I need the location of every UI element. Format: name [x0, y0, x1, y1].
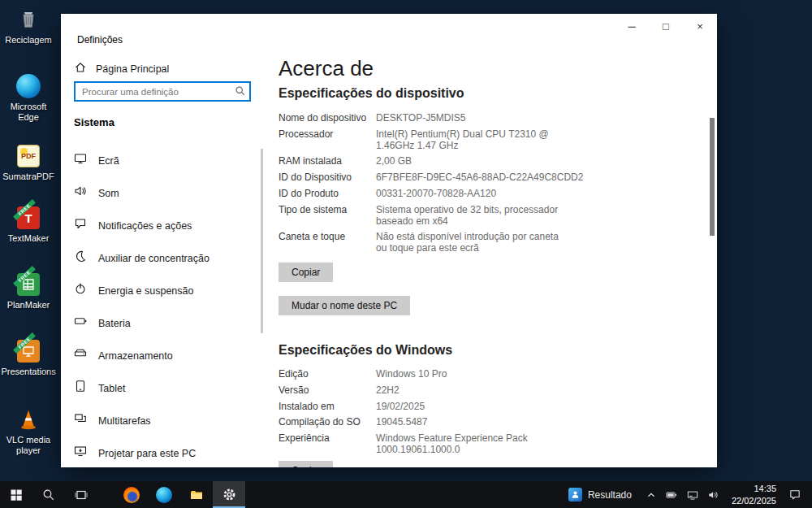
- tray-chevron-up-icon[interactable]: [641, 481, 661, 508]
- power-icon: [74, 282, 87, 300]
- sidebar-item-label: Bateria: [98, 316, 131, 332]
- close-button[interactable]: ×: [683, 14, 717, 38]
- storage-icon: [74, 347, 87, 365]
- minimize-button[interactable]: ─: [615, 14, 649, 38]
- copy-windows-specs-button[interactable]: Copiar: [279, 461, 333, 467]
- sidebar-item-sound[interactable]: Som: [61, 177, 264, 210]
- settings-search-input[interactable]: [74, 81, 251, 102]
- spec-row-edition: Edição Windows 10 Pro: [279, 369, 685, 380]
- sidebar-item-storage[interactable]: Armazenamento: [61, 340, 264, 372]
- tray-battery-icon[interactable]: [661, 481, 682, 508]
- desktop-icon-sumatrapdf[interactable]: PDF SumatraPDF: [2, 143, 55, 182]
- sidebar-item-power-sleep[interactable]: Energia e suspensão: [61, 275, 264, 307]
- widget-label: Resultado: [588, 489, 632, 501]
- spec-value: Não está disponível introdução por canet…: [376, 232, 564, 254]
- sidebar-item-label: Tablet: [98, 381, 125, 397]
- spec-row-product-id: ID do Produto 00331-20070-70828-AA120: [279, 189, 685, 200]
- desktop-icon-presentations[interactable]: FREE Presentations: [2, 338, 55, 377]
- spec-label: Nome do dispositivo: [279, 113, 376, 124]
- spec-row-experience: Experiência Windows Feature Experience P…: [279, 433, 685, 456]
- edge-icon: [15, 73, 41, 99]
- sidebar-item-label: Projetar para este PC: [98, 446, 196, 462]
- window-titlebar[interactable]: Definições ─ □ ×: [61, 14, 717, 51]
- spec-label: Versão: [279, 385, 376, 397]
- sidebar-item-notifications[interactable]: Notificações e ações: [61, 210, 264, 242]
- textmaker-icon: TFREE: [15, 205, 41, 231]
- window-title: Definições: [77, 34, 123, 46]
- windows-logo-icon: [10, 488, 23, 501]
- maximize-button[interactable]: □: [649, 14, 683, 38]
- spec-value: Intel(R) Pentium(R) Dual CPU T2310 @ 1.4…: [376, 129, 564, 152]
- action-center-icon[interactable]: [784, 481, 806, 508]
- sidebar-item-tablet[interactable]: Tablet: [61, 372, 264, 405]
- desktop-icon-textmaker[interactable]: TFREE TextMaker: [2, 205, 55, 244]
- copy-device-specs-button[interactable]: Copiar: [279, 263, 333, 282]
- clock-time: 14:35: [732, 483, 776, 494]
- spec-row-version: Versão 22H2: [279, 385, 685, 397]
- device-spec-heading: Especificações do dispositivo: [279, 85, 685, 101]
- spec-row-ram: RAM instalada 2,00 GB: [279, 156, 685, 167]
- spec-value: 19/02/2025: [376, 402, 425, 413]
- spec-row-processor: Processador Intel(R) Pentium(R) Dual CPU…: [279, 129, 685, 152]
- tray-volume-icon[interactable]: [703, 481, 723, 508]
- tray-network-icon[interactable]: [682, 481, 703, 508]
- spec-row-os-build: Compilação do SO 19045.5487: [279, 417, 685, 428]
- sidebar-item-label: Armazenamento: [98, 349, 173, 364]
- spec-row-system-type: Tipo de sistema Sistema operativo de 32 …: [279, 205, 685, 228]
- desktop-icon-label: Presentations: [1, 367, 55, 377]
- taskbar-edge-icon[interactable]: [148, 481, 180, 508]
- sidebar-item-display[interactable]: Ecrã: [61, 145, 264, 177]
- spec-value: 22H2: [376, 385, 400, 397]
- spec-label: ID do Produto: [279, 189, 376, 200]
- task-view-button[interactable]: [65, 481, 97, 508]
- desktop-icon-vlc[interactable]: VLC media player: [2, 406, 55, 455]
- sidebar-item-home[interactable]: Página Principal: [61, 56, 264, 81]
- sidebar-item-label: Multitarefas: [98, 414, 151, 429]
- settings-main: Acerca de Especificações do dispositivo …: [264, 51, 717, 467]
- windows-spec-heading: Especificações do Windows: [279, 342, 685, 358]
- moon-icon: [74, 250, 87, 267]
- window-controls: ─ □ ×: [615, 14, 717, 38]
- desktop-icon-recycle-bin[interactable]: Reciclagem: [2, 7, 55, 46]
- desktop-icon-label: VLC media player: [2, 435, 55, 455]
- sidebar-item-label: Ecrã: [98, 154, 119, 169]
- spec-value: 00331-20070-70828-AA120: [376, 189, 496, 200]
- desktop-icon-label: SumatraPDF: [2, 172, 54, 182]
- project-to-pc-icon: [74, 445, 87, 462]
- spec-value: 6F7BFE8F-D9EC-45A6-88AD-C22A49C8CDD2: [376, 172, 583, 184]
- spec-row-installed-on: Instalado em 19/02/2025: [279, 402, 685, 413]
- battery-icon: [74, 315, 87, 332]
- spec-label: Processador: [279, 129, 376, 152]
- sidebar-item-focus-assist[interactable]: Auxiliar de concentração: [61, 242, 264, 275]
- search-icon: [235, 85, 246, 100]
- desktop-icon-planmaker[interactable]: FREE PlanMaker: [2, 271, 55, 310]
- settings-search: [74, 81, 251, 102]
- taskbar-widget[interactable]: Resultado: [559, 481, 641, 508]
- desktop-icon-edge[interactable]: Microsoft Edge: [2, 73, 55, 122]
- planmaker-icon: FREE: [15, 271, 41, 297]
- sound-icon: [74, 185, 87, 202]
- desktop-icon-label: TextMaker: [8, 233, 50, 244]
- sidebar-item-multitasking[interactable]: Multitarefas: [61, 405, 264, 437]
- sidebar-item-battery[interactable]: Bateria: [61, 307, 264, 340]
- sumatrapdf-icon: PDF: [15, 143, 41, 169]
- taskbar-clock[interactable]: 14:35 22/02/2025: [723, 483, 784, 506]
- taskbar-search-button[interactable]: [32, 481, 65, 508]
- taskbar-settings-icon[interactable]: [213, 481, 245, 508]
- sidebar-scrollbar[interactable]: [261, 149, 263, 333]
- sidebar-item-projecting[interactable]: Projetar para este PC: [61, 437, 264, 470]
- rename-pc-button[interactable]: Mudar o nome deste PC: [279, 296, 410, 315]
- spec-label: Caneta e toque: [279, 232, 376, 254]
- sidebar-section-header: Sistema: [74, 116, 251, 128]
- start-button[interactable]: [0, 481, 32, 508]
- window-body: Página Principal Sistema Ecrã Som: [61, 51, 717, 467]
- spec-row-device-name: Nome do dispositivo DESKTOP-J5MDIS5: [279, 113, 685, 124]
- display-icon: [74, 152, 87, 170]
- sidebar-item-label: Notificações e ações: [98, 219, 192, 234]
- main-scrollbar[interactable]: [710, 118, 715, 236]
- spec-row-device-id: ID do Dispositivo 6F7BFE8F-D9EC-45A6-88A…: [279, 172, 685, 184]
- spec-row-pen-touch: Caneta e toque Não está disponível intro…: [279, 232, 685, 254]
- taskbar-explorer-icon[interactable]: [180, 481, 213, 508]
- taskbar-firefox-icon[interactable]: [115, 481, 148, 508]
- sidebar-item-label: Som: [98, 186, 119, 202]
